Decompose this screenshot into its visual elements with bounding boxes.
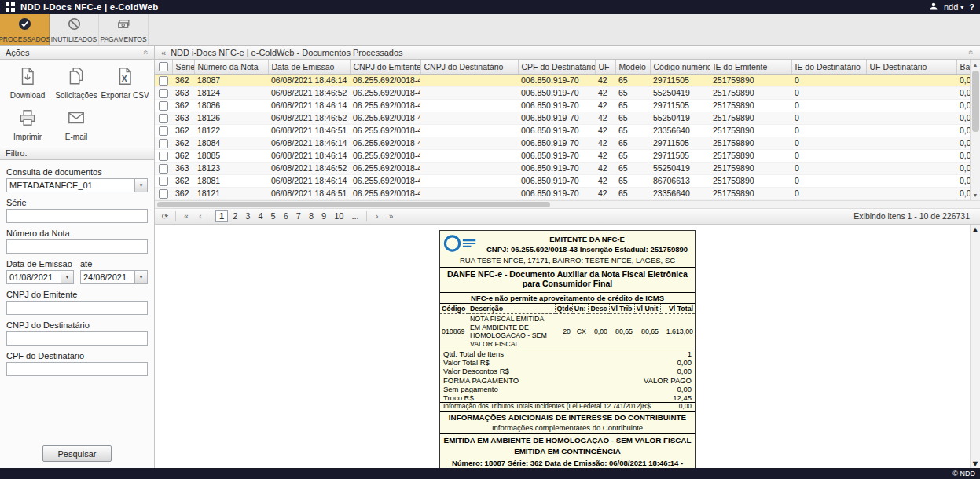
preview-vertical-scrollbar[interactable]: ▲ ▼ xyxy=(970,225,980,469)
table-row[interactable]: 3621812106/08/2021 18:46:5106.255.692/00… xyxy=(155,187,980,199)
cell: 06.255.692/0018-43 xyxy=(350,112,420,124)
column-header-cnpj-do-emitente[interactable]: CNPJ do Emitente xyxy=(350,60,420,74)
cnpj-emitente-input[interactable] xyxy=(6,301,148,315)
column-header-s-rie[interactable]: Série xyxy=(172,60,194,74)
table-row[interactable]: 3621808406/08/2021 18:46:1406.255.692/00… xyxy=(155,137,980,149)
chevrons-left-icon[interactable]: « xyxy=(161,48,166,57)
cell: 06/08/2021 18:46:14 xyxy=(268,137,350,149)
pesquisar-button[interactable]: Pesquisar xyxy=(42,445,112,462)
cell: 42 xyxy=(595,99,615,112)
chevron-down-icon[interactable]: ▾ xyxy=(61,271,73,283)
cell: 42 xyxy=(595,174,615,187)
user-menu[interactable]: ndd ▾ xyxy=(944,2,963,12)
row-checkbox[interactable] xyxy=(159,177,168,186)
column-header-cpf-do-destinat-rio[interactable]: CPF do Destinatário xyxy=(518,60,595,74)
row-checkbox[interactable] xyxy=(159,152,168,161)
page-number-8[interactable]: 8 xyxy=(306,210,317,222)
cell: 362 xyxy=(172,99,194,112)
scrollbar-thumb[interactable] xyxy=(972,71,979,132)
row-checkbox[interactable] xyxy=(159,126,168,136)
cnpj-destinatario-input[interactable] xyxy=(6,331,148,346)
doc-item-row: 010869 NOTA FISCAL EMITIDA EM AMBIENTE D… xyxy=(440,314,695,349)
page-number-2[interactable]: 2 xyxy=(229,210,240,222)
help-button[interactable]: ? xyxy=(969,2,974,12)
table-row[interactable]: 3621808606/08/2021 18:46:1406.255.692/00… xyxy=(155,99,980,112)
column-header-modelo[interactable]: Modelo xyxy=(615,60,650,74)
doc-total-row: Informação dos Tributos Totais Incidente… xyxy=(440,402,695,411)
cell: 65 xyxy=(615,112,650,124)
row-checkbox[interactable] xyxy=(159,139,168,148)
row-checkbox[interactable] xyxy=(159,76,168,86)
grid-vertical-scrollbar[interactable]: ▲ ▼ xyxy=(970,60,980,200)
scroll-down-icon[interactable]: ▼ xyxy=(971,190,980,200)
column-header-uf-destinat-rio[interactable]: UF Destinatário xyxy=(866,60,956,74)
table-row[interactable]: 3631812406/08/2021 18:46:5206.255.692/00… xyxy=(155,86,980,99)
tab-pagamentos[interactable]: PAGAMENTOS xyxy=(99,14,149,45)
page-number-4[interactable]: 4 xyxy=(255,210,266,222)
tab-processados[interactable]: PROCESSADOS xyxy=(0,14,50,45)
table-row[interactable]: 3621808706/08/2021 18:46:1406.255.692/00… xyxy=(155,74,980,86)
page-number-10[interactable]: 10 xyxy=(331,210,347,222)
page-number-5[interactable]: 5 xyxy=(268,210,279,222)
last-page-button[interactable]: » xyxy=(385,210,398,222)
chevron-down-icon[interactable]: ▾ xyxy=(134,271,147,283)
cell: 362 xyxy=(172,149,194,162)
cell: 42 xyxy=(595,86,615,99)
item-vltotal: 1.613,00 xyxy=(660,314,695,349)
cell: 251759890 xyxy=(710,137,791,149)
scroll-up-icon[interactable]: ▲ xyxy=(971,225,980,234)
cpf-destinatario-input[interactable] xyxy=(6,362,148,376)
tab-label: PAGAMENTOS xyxy=(100,35,146,43)
row-checkbox[interactable] xyxy=(159,164,168,174)
imprimir-button[interactable]: Imprimir xyxy=(3,108,52,141)
cell: 18084 xyxy=(194,137,268,149)
table-row[interactable]: 3631812306/08/2021 18:46:5206.255.692/00… xyxy=(155,162,980,174)
exportar-csv-button[interactable]: X Exportar CSV xyxy=(101,66,149,100)
page-number-7[interactable]: 7 xyxy=(293,210,304,222)
row-checkbox[interactable] xyxy=(159,89,168,98)
table-row[interactable]: 3621808506/08/2021 18:46:1406.255.692/00… xyxy=(155,149,980,162)
app-launcher-icon[interactable] xyxy=(6,2,15,12)
prev-page-button[interactable]: ‹ xyxy=(194,210,207,222)
consulta-select[interactable] xyxy=(6,178,148,192)
collapse-panel-icon[interactable]: « xyxy=(967,50,976,55)
numero-nota-input[interactable] xyxy=(6,240,148,254)
table-row[interactable]: 3621808106/08/2021 18:46:1406.255.692/00… xyxy=(155,174,980,187)
column-header-data-de-emiss-o[interactable]: Data de Emissão xyxy=(268,60,350,74)
scrollbar-thumb[interactable] xyxy=(157,202,550,207)
page-number-9[interactable]: 9 xyxy=(318,210,329,222)
action-label: Imprimir xyxy=(13,133,42,141)
grid-body: 3621808706/08/2021 18:46:1406.255.692/00… xyxy=(155,74,980,199)
page-number-3[interactable]: 3 xyxy=(242,210,253,222)
email-button[interactable]: E-mail xyxy=(52,108,101,141)
chevron-down-icon[interactable]: ▾ xyxy=(134,179,147,192)
row-checkbox[interactable] xyxy=(159,189,168,199)
scroll-up-icon[interactable]: ▲ xyxy=(971,60,980,70)
grid-horizontal-scrollbar[interactable] xyxy=(155,201,980,209)
column-header-uf[interactable]: UF xyxy=(595,60,615,74)
select-all-checkbox[interactable] xyxy=(159,62,168,71)
first-page-button[interactable]: « xyxy=(180,210,193,222)
page-number-6[interactable]: 6 xyxy=(281,210,292,222)
refresh-button[interactable]: ⟳ xyxy=(159,210,171,222)
footer-bar: © NDD xyxy=(0,468,980,479)
solicitacoes-button[interactable]: Solicitações xyxy=(52,66,101,100)
table-row[interactable]: 3621812206/08/2021 18:46:5106.255.692/00… xyxy=(155,124,980,137)
column-header-c-digo-num-rico[interactable]: Código numérico xyxy=(650,60,710,74)
scroll-down-icon[interactable]: ▼ xyxy=(971,459,980,468)
column-header-n-mero-da-nota[interactable]: Número da Nota xyxy=(194,60,268,74)
serie-input[interactable] xyxy=(6,209,148,223)
download-button[interactable]: Download xyxy=(3,66,52,100)
column-header-ie-do-destinat-rio[interactable]: IE do Destinatário xyxy=(791,60,866,74)
action-label: Solicitações xyxy=(55,91,97,100)
table-row[interactable]: 3631812606/08/2021 18:46:5206.255.692/00… xyxy=(155,112,980,124)
column-header-cnpj-do-destinat-rio[interactable]: CNPJ do Destinatário xyxy=(420,60,518,74)
tab-inutilizados[interactable]: INUTILIZADOS xyxy=(50,14,99,45)
row-checkbox[interactable] xyxy=(159,101,168,111)
collapse-icon[interactable]: « xyxy=(142,50,151,55)
column-header-ie-do-emitente[interactable]: IE do Emitente xyxy=(710,60,791,74)
cell xyxy=(866,86,956,99)
next-page-button[interactable]: › xyxy=(371,210,384,222)
row-checkbox[interactable] xyxy=(159,114,168,123)
page-number-1[interactable]: 1 xyxy=(215,210,228,222)
